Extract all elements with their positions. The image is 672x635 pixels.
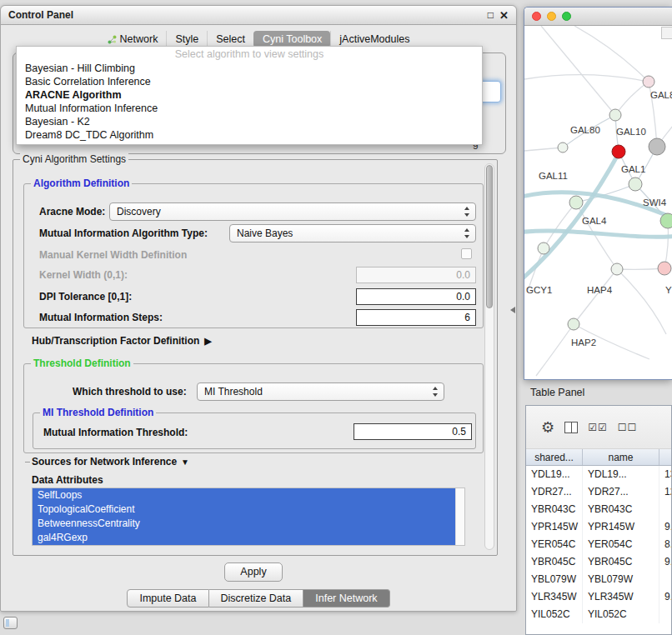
dpi-tolerance-field[interactable]: 0.0	[356, 288, 476, 305]
table-cell: 9.	[659, 588, 672, 606]
table-row[interactable]: YBR045CYBR045C9.	[526, 553, 671, 571]
manual-kernel-checkbox[interactable]	[461, 248, 472, 259]
tab-style[interactable]: Style	[166, 31, 207, 48]
network-node[interactable]	[612, 145, 625, 158]
table-row[interactable]: YDL19...YDL19...13	[526, 466, 671, 483]
data-attributes-list[interactable]: SelfLoopsTopologicalCoefficientBetweenne…	[32, 488, 465, 546]
table-row[interactable]: YBL079WYBL079W	[526, 571, 671, 588]
network-scrollbar-corner[interactable]	[661, 27, 672, 39]
data-attribute-item[interactable]: TopologicalCoefficient	[33, 502, 455, 517]
table-cell: 13	[659, 466, 672, 483]
network-node-label: HAP2	[571, 338, 596, 348]
which-threshold-value: MI Threshold	[204, 386, 263, 398]
sources-section-toggle[interactable]: Sources for Network Inference▼	[32, 456, 189, 468]
kernel-width-label: Kernel Width (0,1):	[39, 269, 128, 281]
mi-steps-field[interactable]: 6	[356, 309, 476, 326]
tab-cyni-toolbox[interactable]: Cyni Toolbox	[253, 31, 330, 48]
tab-network[interactable]: Network	[99, 31, 167, 48]
table-header-cell[interactable]: shared...	[526, 449, 583, 465]
attributes-list-scrollbar[interactable]	[455, 488, 464, 545]
network-node[interactable]	[660, 213, 672, 228]
kernel-width-field[interactable]: 0.0	[356, 267, 476, 283]
data-attribute-item[interactable]: SelfLoops	[33, 488, 455, 502]
table-cell: 12	[659, 483, 672, 501]
manual-kernel-label: Manual Kernel Width Definition	[39, 249, 187, 261]
mi-type-combo[interactable]: Naive Bayes	[229, 224, 476, 242]
zoom-window-icon[interactable]	[562, 12, 571, 21]
network-node[interactable]	[568, 318, 579, 330]
deselect-all-icon[interactable]: ☐☐	[618, 422, 638, 433]
panel-collapse-arrow-icon[interactable]	[510, 307, 515, 313]
expanded-arrow-icon: ▼	[181, 458, 189, 467]
gear-icon[interactable]: ⚙	[541, 420, 554, 435]
table-row[interactable]: YLR345WYLR345W9.	[526, 588, 671, 606]
minimize-window-icon[interactable]	[547, 12, 556, 21]
table-cell: YDR27...	[526, 483, 583, 501]
bottom-tab-infer-network[interactable]: Infer Network	[303, 589, 389, 608]
collapsed-panel-icon[interactable]	[3, 617, 18, 629]
table-row[interactable]: YPR145WYPR145W9.	[526, 518, 671, 536]
bottom-tab-discretize-data[interactable]: Discretize Data	[209, 589, 304, 608]
close-panel-icon[interactable]: ✕	[499, 10, 509, 21]
desktop: Control Panel □ ✕ NetworkStyleSelectCyni…	[0, 0, 672, 635]
columns-icon[interactable]	[564, 422, 578, 433]
which-threshold-combo[interactable]: MI Threshold	[197, 382, 444, 401]
network-node[interactable]	[611, 263, 623, 275]
table-header-cell[interactable]: name	[583, 449, 659, 465]
network-window-titlebar	[524, 8, 672, 26]
network-node-label: GCY1	[526, 285, 552, 295]
network-node[interactable]	[609, 109, 621, 121]
control-panel-titlebar: Control Panel □ ✕	[1, 6, 516, 25]
data-attribute-item[interactable]: gal4RGexp	[33, 531, 455, 545]
data-attribute-item[interactable]: BetweennessCentrality	[33, 517, 455, 531]
algorithm-option[interactable]: Dream8 DC_TDC Algorithm	[17, 128, 482, 142]
algorithm-dropdown-options: Bayesian - Hill ClimbingBasic Correlatio…	[17, 62, 482, 142]
table-row[interactable]: YDR27...YDR27...12	[526, 483, 671, 501]
threshold-definition-group: Threshold Definition Which threshold to …	[23, 363, 484, 453]
mi-steps-label: Mutual Information Steps:	[39, 312, 163, 323]
bottom-tab-impute-data[interactable]: Impute Data	[127, 589, 208, 608]
table-header-row: shared...name	[526, 449, 671, 466]
algorithm-option[interactable]: Bayesian - K2	[17, 115, 482, 128]
settings-scrollbar-thumb[interactable]	[486, 165, 493, 308]
algorithm-definition-group: Algorithm Definition Aracne Mode: Discov…	[23, 183, 484, 328]
algorithm-option[interactable]: Bayesian - Hill Climbing	[17, 62, 482, 75]
hub-section-toggle[interactable]: Hub/Transcription Factor Definition▶	[32, 335, 212, 347]
tab-select[interactable]: Select	[207, 31, 253, 48]
network-node[interactable]	[643, 76, 654, 88]
tab-label: jActiveModules	[339, 33, 409, 45]
network-node[interactable]	[558, 142, 568, 152]
network-node[interactable]	[649, 138, 665, 155]
select-all-icon[interactable]: ☑☑	[588, 422, 608, 433]
algorithm-option[interactable]: Basic Correlation Inference	[17, 75, 482, 88]
table-row[interactable]: YER054CYER054C8.	[526, 536, 671, 553]
network-node[interactable]	[658, 262, 671, 275]
network-node-label: HAP4	[587, 285, 613, 295]
bottom-tab-group: Impute DataDiscretize DataInfer Network	[1, 589, 516, 608]
control-panel-title: Control Panel	[8, 9, 73, 21]
table-cell: YPR145W	[526, 518, 583, 536]
network-view-window: GAL8GAL80GAL10GAL11GAL1SWI4GAL4GCY1HAP4Y…	[524, 7, 672, 380]
aracne-mode-combo[interactable]: Discovery	[109, 202, 476, 221]
network-node-label: GAL1	[621, 164, 645, 174]
table-row[interactable]: YBR043CYBR043C	[526, 501, 671, 518]
tab-jactivemodules[interactable]: jActiveModules	[330, 31, 418, 48]
combo-arrows-icon	[464, 228, 471, 238]
close-window-icon[interactable]	[532, 12, 541, 21]
table-header-cell[interactable]	[659, 449, 672, 465]
table-cell: YDR27...	[583, 483, 659, 501]
table-row[interactable]: YIL052CYIL052C	[526, 606, 671, 623]
network-canvas[interactable]: GAL8GAL80GAL10GAL11GAL1SWI4GAL4GCY1HAP4Y…	[524, 26, 672, 380]
network-node[interactable]	[569, 196, 583, 209]
apply-button[interactable]: Apply	[224, 562, 283, 582]
settings-scrollbar-track[interactable]	[484, 163, 494, 550]
network-node[interactable]	[538, 242, 549, 254]
mi-threshold-field[interactable]: 0.5	[354, 423, 472, 440]
mi-threshold-group-title: MI Threshold Definition	[40, 407, 156, 418]
algorithm-option[interactable]: ARACNE Algorithm	[17, 88, 482, 102]
network-node[interactable]	[629, 178, 642, 191]
float-panel-icon[interactable]: □	[488, 10, 494, 20]
algorithm-option[interactable]: Mutual Information Inference	[17, 102, 482, 115]
aracne-mode-value: Discovery	[117, 206, 161, 218]
table-cell: YLR345W	[526, 588, 583, 606]
